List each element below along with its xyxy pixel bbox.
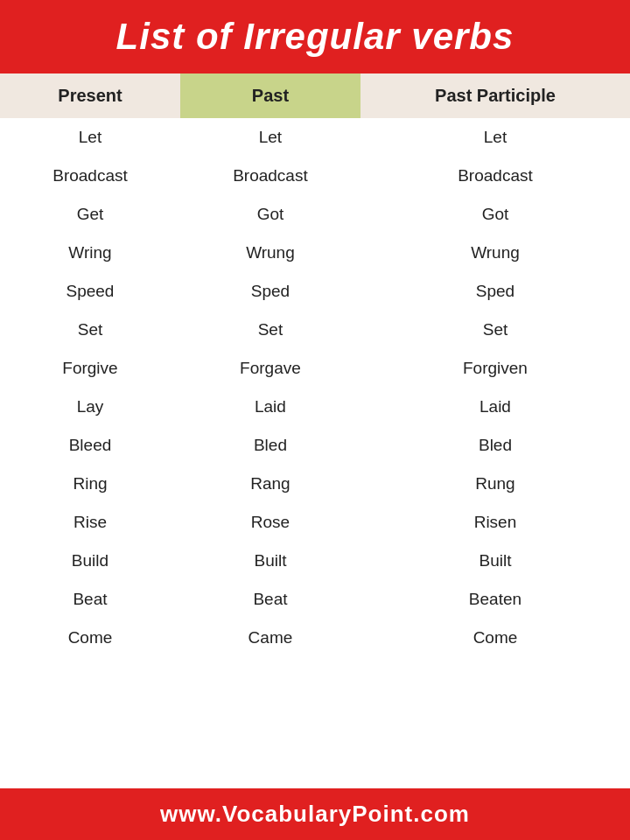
table-cell: Built (180, 542, 360, 580)
table-cell: Rose (180, 503, 360, 542)
table-row: BuildBuiltBuilt (0, 542, 630, 580)
table-cell: Ring (0, 465, 180, 503)
table-cell: Let (360, 118, 630, 157)
main-content: VOCABULARY POINT .COM Present Past Past … (0, 74, 630, 788)
table-cell: Beat (180, 580, 360, 619)
table-cell: Forgiven (360, 349, 630, 388)
table-cell: Wrung (180, 234, 360, 272)
table-cell: Bled (360, 426, 630, 465)
table-cell: Bled (180, 426, 360, 465)
table-row: LayLaidLaid (0, 388, 630, 426)
table-cell: Got (180, 195, 360, 234)
table-cell: Set (360, 311, 630, 349)
table-row: SetSetSet (0, 311, 630, 349)
table-cell: Broadcast (180, 157, 360, 195)
table-cell: Wrung (360, 234, 630, 272)
table-cell: Laid (180, 388, 360, 426)
table-cell: Build (0, 542, 180, 580)
table-cell: Set (180, 311, 360, 349)
col-past-participle: Past Participle (360, 74, 630, 118)
table-cell: Set (0, 311, 180, 349)
table-row: BroadcastBroadcastBroadcast (0, 157, 630, 195)
table-cell: Laid (360, 388, 630, 426)
table-cell: Built (360, 542, 630, 580)
col-past: Past (180, 74, 360, 118)
table-cell: Come (0, 619, 180, 657)
table-cell: Speed (0, 272, 180, 311)
table-row: GetGotGot (0, 195, 630, 234)
verbs-table: Present Past Past Participle LetLetLetBr… (0, 74, 630, 657)
table-cell: Rise (0, 503, 180, 542)
table-row: BeatBeatBeaten (0, 580, 630, 619)
table-cell: Beat (0, 580, 180, 619)
table-cell: Let (180, 118, 360, 157)
table-row: RiseRoseRisen (0, 503, 630, 542)
table-cell: Get (0, 195, 180, 234)
table-cell: Risen (360, 503, 630, 542)
table-cell: Bleed (0, 426, 180, 465)
table-cell: Rang (180, 465, 360, 503)
table-row: ComeCameCome (0, 619, 630, 657)
table-cell: Wring (0, 234, 180, 272)
table-cell: Got (360, 195, 630, 234)
table-row: ForgiveForgaveForgiven (0, 349, 630, 388)
table-cell: Sped (360, 272, 630, 311)
header: List of Irregular verbs (0, 0, 630, 74)
table-row: BleedBledBled (0, 426, 630, 465)
table-row: LetLetLet (0, 118, 630, 157)
page-wrapper: List of Irregular verbs VOCABULARY POINT… (0, 0, 630, 840)
table-row: WringWrungWrung (0, 234, 630, 272)
table-cell: Broadcast (360, 157, 630, 195)
footer: www.VocabularyPoint.com (0, 788, 630, 840)
col-present: Present (0, 74, 180, 118)
table-cell: Beaten (360, 580, 630, 619)
table-row: RingRangRung (0, 465, 630, 503)
table-cell: Rung (360, 465, 630, 503)
footer-url: www.VocabularyPoint.com (160, 801, 470, 827)
table-cell: Lay (0, 388, 180, 426)
table-cell: Broadcast (0, 157, 180, 195)
page-title: List of Irregular verbs (116, 16, 514, 57)
table-cell: Forgive (0, 349, 180, 388)
table-cell: Come (360, 619, 630, 657)
table-cell: Forgave (180, 349, 360, 388)
table-cell: Came (180, 619, 360, 657)
table-cell: Sped (180, 272, 360, 311)
table-cell: Let (0, 118, 180, 157)
table-row: SpeedSpedSped (0, 272, 630, 311)
